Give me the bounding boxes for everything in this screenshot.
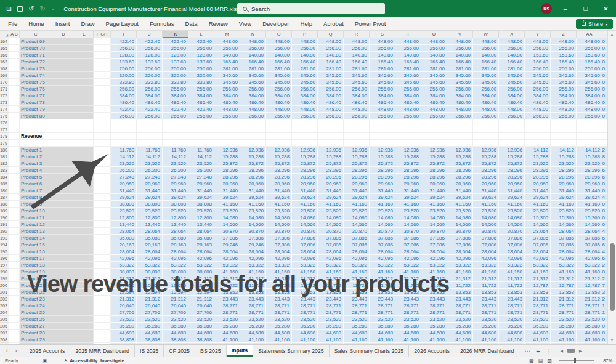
cell-S186[interactable]: 31,440 <box>370 187 395 194</box>
cell-V200[interactable]: 11,722 <box>447 282 473 289</box>
cell-P182[interactable]: 25,872 <box>292 160 318 167</box>
cell[interactable] <box>52 38 75 45</box>
cell-O192[interactable]: 30,870 <box>266 228 292 235</box>
cell-J207[interactable]: 44,688 <box>137 330 163 336</box>
search-box[interactable]: Search <box>237 3 385 14</box>
cell-Q193[interactable]: 37,886 <box>318 235 344 241</box>
cell-T193[interactable]: 37,886 <box>395 235 421 241</box>
cell-M200[interactable]: 11,722 <box>214 282 240 289</box>
cell[interactable] <box>94 262 111 269</box>
cell[interactable] <box>94 194 111 201</box>
cell-M179[interactable] <box>214 140 240 147</box>
cell-X197[interactable]: 53,322 <box>499 262 525 269</box>
cell-L189[interactable]: 23,520 <box>188 208 214 214</box>
cell-Y181[interactable]: 15,288 <box>525 153 551 160</box>
cell-O208[interactable]: 41,160 <box>266 336 292 343</box>
cell[interactable] <box>94 147 111 153</box>
row-header-208[interactable]: 208 <box>0 336 9 343</box>
cell[interactable] <box>94 289 111 296</box>
cell[interactable] <box>94 160 111 167</box>
cell[interactable] <box>9 160 14 167</box>
cell-AA200[interactable]: 12,787 <box>577 282 602 289</box>
product-label-cell[interactable]: Product 29 <box>20 336 52 343</box>
cell-M195[interactable]: 28,064 <box>214 248 240 255</box>
product-label-cell[interactable]: Product 18 <box>20 262 52 269</box>
zoom-thumb[interactable] <box>574 358 576 363</box>
cell-W168[interactable]: 281.60 <box>473 65 499 72</box>
row-header-190[interactable]: 190 <box>0 214 9 221</box>
cell-X192[interactable]: 30,870 <box>499 228 525 235</box>
cell-P201[interactable]: 13,853 <box>292 289 318 296</box>
cell-AA202[interactable]: 21,312 <box>577 296 602 302</box>
cell-J191[interactable]: 13,440 <box>137 221 163 228</box>
cell-partial[interactable] <box>602 119 607 126</box>
ribbon-tab-acrobat[interactable]: Acrobat <box>318 20 349 27</box>
cell-partial[interactable]: 23,520 <box>602 208 607 214</box>
cell-T185[interactable]: 20,960 <box>395 180 421 187</box>
cell-K171[interactable]: 256.00 <box>163 86 188 92</box>
col-header-c[interactable]: C <box>20 31 52 38</box>
cell-M193[interactable]: 37,886 <box>214 235 240 241</box>
cell-U207[interactable]: 44,688 <box>421 330 447 336</box>
cell-N173[interactable]: 486.40 <box>240 99 266 106</box>
cell-I190[interactable]: 12,800 <box>111 214 137 221</box>
cell-V177[interactable] <box>447 126 473 133</box>
cell-Z205[interactable]: 23,520 <box>551 316 577 323</box>
cell-K200[interactable]: 10,656 <box>163 282 188 289</box>
cell-partial[interactable]: 256.00 <box>602 86 607 92</box>
col-header-Z[interactable]: Z <box>551 31 577 38</box>
cell-O181[interactable]: 15,288 <box>266 153 292 160</box>
cell-P173[interactable]: 486.40 <box>292 99 318 106</box>
cell-X203[interactable]: 28,771 <box>499 302 525 309</box>
cell-T198[interactable]: 41,160 <box>395 269 421 275</box>
cell-partial[interactable]: 14,112 <box>602 147 607 153</box>
cell-Q185[interactable]: 20,960 <box>318 180 344 187</box>
cell-Q204[interactable]: 28,771 <box>318 309 344 316</box>
cell-Z200[interactable]: 12,787 <box>551 282 577 289</box>
sheet-tab-2026-mrr-dashboard[interactable]: 2026 MRR Dashboard <box>455 345 520 357</box>
cell-K183[interactable]: 26,200 <box>163 167 188 174</box>
cell[interactable] <box>9 309 14 316</box>
cell-O175[interactable]: 256.00 <box>266 113 292 119</box>
cell-K186[interactable]: 31,440 <box>163 187 188 194</box>
cell[interactable] <box>14 187 20 194</box>
cell-V182[interactable]: 25,872 <box>447 160 473 167</box>
cell-S188[interactable]: 41,160 <box>370 201 395 208</box>
cell-P184[interactable]: 28,296 <box>292 174 318 180</box>
cell-Y193[interactable]: 37,886 <box>525 235 551 241</box>
cell-M207[interactable]: 44,688 <box>214 330 240 336</box>
ribbon-tab-data[interactable]: Data <box>180 20 203 27</box>
cell-Q175[interactable]: 256.00 <box>318 113 344 119</box>
cell-S171[interactable]: 256.00 <box>370 86 395 92</box>
cell[interactable] <box>94 133 111 140</box>
cell-T194[interactable]: 37,886 <box>395 241 421 248</box>
cell-W170[interactable]: 345.60 <box>473 79 499 86</box>
cell[interactable] <box>9 336 14 343</box>
cell-P204[interactable]: 28,771 <box>292 309 318 316</box>
cell-partial[interactable]: 37,886 <box>602 235 607 241</box>
cell-Y206[interactable]: 35,280 <box>525 323 551 330</box>
cell-O180[interactable]: 12,936 <box>266 147 292 153</box>
cell-J205[interactable]: 23,520 <box>137 316 163 323</box>
cell-I186[interactable]: 31,440 <box>111 187 137 194</box>
cell-I170[interactable]: 332.80 <box>111 79 137 86</box>
product-label-cell[interactable]: Product 17 <box>20 255 52 262</box>
cell-Y203[interactable]: 28,771 <box>525 302 551 309</box>
cell-Y189[interactable]: 23,520 <box>525 208 551 214</box>
cell-P164[interactable]: 448.00 <box>292 38 318 45</box>
cell-Y186[interactable]: 31,440 <box>525 187 551 194</box>
cell-partial[interactable]: 486.40 <box>602 99 607 106</box>
cell[interactable] <box>94 59 111 65</box>
cell[interactable] <box>94 255 111 262</box>
product-label-cell[interactable]: Product 78 <box>20 99 52 106</box>
cell-U200[interactable]: 11,722 <box>421 282 447 289</box>
cell[interactable] <box>14 38 20 45</box>
cell-U208[interactable]: 41,160 <box>421 336 447 343</box>
cell-R208[interactable]: 41,160 <box>344 336 370 343</box>
cell-P178[interactable] <box>292 133 318 140</box>
cell-X176[interactable] <box>499 119 525 126</box>
cell-P198[interactable]: 41,160 <box>292 269 318 275</box>
cell-I200[interactable]: 10,656 <box>111 282 137 289</box>
cell-S190[interactable]: 14,080 <box>370 214 395 221</box>
cell[interactable] <box>52 248 75 255</box>
